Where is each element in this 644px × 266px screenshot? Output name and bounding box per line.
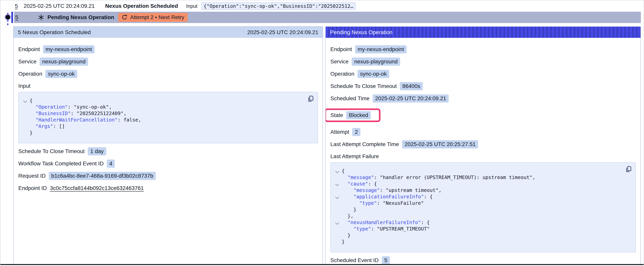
field-label: Operation — [330, 71, 354, 77]
code-line-text: "cause": { — [342, 181, 377, 187]
field-label: Attempt — [330, 129, 349, 135]
code-line-text: { — [342, 168, 344, 174]
asterisk-icon — [38, 14, 44, 21]
code-line-gutter — [334, 206, 342, 213]
code-line: } — [22, 129, 304, 136]
code-line-text: }, — [342, 213, 354, 219]
input-preview-chip: {"Operation":"sync-op-ok","BusinessID":"… — [201, 2, 356, 10]
field-label: Service — [330, 59, 348, 65]
code-line-gutter — [334, 238, 342, 245]
code-line: "cause": { — [334, 181, 622, 187]
field-value-badge: my-nexus-endpoint — [355, 45, 406, 54]
code-line: "BusinessID": "20250225122409", — [22, 110, 304, 117]
event-id-link[interactable]: 5 — [15, 14, 18, 21]
chevron-down-icon[interactable] — [23, 99, 27, 103]
scheduled-panel-timestamp: 2025-02-25 UTC 20:24:09.21 — [247, 29, 318, 36]
code-line: } — [334, 232, 622, 238]
code-line: "message": "handler error (UPSTREAM_TIME… — [334, 174, 622, 181]
code-line-text: "type": "UPSTREAM_TIMEOUT" — [342, 226, 430, 232]
code-line-gutter — [22, 97, 30, 104]
scheduled-fields-top: Endpointmy-nexus-endpointServicenexus-pl… — [18, 45, 318, 78]
code-line-gutter — [334, 174, 342, 181]
field-label: State — [330, 112, 343, 118]
pending-fields-top: Endpointmy-nexus-endpointServicenexus-pl… — [330, 45, 636, 103]
temporal-event-history-page: 5 2025-02-25 UTC 20:24:09.21 Nexus Opera… — [0, 0, 644, 266]
code-line: "nexusHandlerFailureInfo": { — [334, 219, 622, 226]
field-label: Schedule To Close Timeout — [330, 83, 397, 89]
failure-json-block: { "message": "handler error (UPSTREAM_TI… — [330, 162, 636, 252]
copy-icon[interactable] — [307, 95, 314, 102]
retry-attempt-badge: Attempt 2 • Next Retry — [118, 13, 188, 22]
pending-operation-panel: Pending Nexus Operation Endpointmy-nexus… — [325, 26, 641, 265]
field-value-badge: my-nexus-endpoint — [43, 45, 94, 54]
field-row-endpoint: Endpointmy-nexus-endpoint — [18, 45, 318, 54]
chevron-down-icon[interactable] — [335, 221, 339, 225]
field-label: Endpoint — [18, 46, 40, 53]
code-line: "type": "UPSTREAM_TIMEOUT" — [334, 226, 622, 232]
code-line: "type": "NexusFailure" — [334, 200, 622, 206]
field-row-state: State Blocked — [330, 111, 371, 120]
chevron-down-icon[interactable] — [335, 182, 339, 186]
input-label: Input — [186, 3, 198, 9]
code-line-gutter — [22, 104, 30, 110]
code-line: } — [334, 206, 622, 213]
field-row-request-id: Request IDb1c6a4bc-8ee7-468a-9169-df3b02… — [18, 172, 318, 180]
field-label: Scheduled Time — [330, 95, 370, 102]
retry-badge-label: Attempt 2 • Next Retry — [130, 14, 184, 21]
field-row-workflow-task-completed-event-id: Workflow Task Completed Event ID4 — [18, 159, 318, 168]
field-row-schedule-to-close-timeout: Schedule To Close Timeout86400s — [330, 82, 636, 91]
field-row-endpoint-id: Endpoint ID3c0c75ccfa8144b092c13ce632463… — [18, 184, 318, 192]
field-row-scheduled-time: Scheduled Time2025-02-25 UTC 20:24:09.21 — [330, 94, 636, 103]
field-row-attempt: Attempt2 — [330, 128, 636, 136]
retry-arrow-icon — [122, 15, 128, 20]
field-row-service: Servicenexus-playground — [330, 57, 636, 66]
pending-panel-title: Pending Nexus Operation — [330, 29, 392, 36]
pending-fields-mid: Attempt2Last Attempt Complete Time2025-0… — [330, 128, 636, 149]
copy-icon[interactable] — [625, 165, 632, 173]
chevron-down-icon[interactable] — [335, 195, 339, 199]
field-row-schedule-to-close-timeout: Schedule To Close Timeout1 day — [18, 147, 318, 156]
field-value-badge: b1c6a4bc-8ee7-468a-9169-df3b02c8737b — [49, 172, 156, 180]
input-section-label: Input — [18, 83, 318, 89]
code-line-text: } — [30, 129, 32, 136]
event-row-pending-selected[interactable]: 5 Pending Nexus Operation Attempt 2 • Ne… — [14, 12, 641, 23]
field-value-badge: sync-op-ok — [46, 70, 77, 78]
code-line-gutter — [334, 181, 342, 187]
code-line-text: "Operation": "sync-op-ok", — [30, 104, 112, 110]
scheduled-panel-title: 5 Nexus Operation Scheduled — [18, 29, 91, 36]
code-line: { — [22, 97, 304, 104]
code-line: "HandlerWaitForCancellation": false, — [22, 117, 304, 123]
field-label: Operation — [18, 71, 42, 77]
field-row-operation: Operationsync-op-ok — [18, 70, 318, 78]
chevron-down-icon[interactable] — [335, 169, 339, 173]
code-line-text: } — [342, 232, 350, 238]
field-value-link[interactable]: 3c0c75ccfa8144b092c13ce632463761 — [50, 185, 144, 191]
event-title: Nexus Operation Scheduled — [105, 3, 178, 9]
code-line: "applicationFailureInfo": { — [334, 193, 622, 200]
field-row-scheduled-event-id: Scheduled Event ID 5 — [330, 256, 636, 265]
field-label: Last Attempt Complete Time — [330, 141, 399, 147]
code-line-gutter — [22, 123, 30, 129]
pending-title: Pending Nexus Operation — [48, 14, 114, 21]
code-line: "message": "upstream timeout", — [334, 187, 622, 193]
field-value-badge: nexus-playground — [40, 58, 88, 66]
scheduled-fields-bottom: Schedule To Close Timeout1 dayWorkflow T… — [18, 147, 318, 192]
event-detail-panels: 5 Nexus Operation Scheduled 2025-02-25 U… — [13, 26, 641, 265]
field-value-badge: sync-op-ok — [358, 70, 389, 78]
code-line-text: "HandlerWaitForCancellation": false, — [30, 117, 141, 123]
pending-panel-body: Endpointmy-nexus-endpointServicenexus-pl… — [326, 38, 640, 265]
code-line-text: "Args": [] — [30, 123, 65, 129]
state-badge: Blocked — [346, 111, 371, 119]
field-row-last-attempt-complete-time: Last Attempt Complete Time2025-02-25 UTC… — [330, 140, 636, 149]
code-line: } — [334, 238, 622, 245]
code-line-text: "applicationFailureInfo": { — [342, 193, 433, 200]
event-timestamp: 2025-02-25 UTC 20:24:09.21 — [24, 3, 105, 9]
code-line-gutter — [334, 200, 342, 206]
event-id-link[interactable]: 5 — [15, 3, 18, 9]
code-line-gutter — [334, 187, 342, 193]
field-label: Endpoint — [330, 46, 352, 53]
event-row-scheduled[interactable]: 5 2025-02-25 UTC 20:24:09.21 Nexus Opera… — [0, 1, 644, 12]
code-line-gutter — [22, 129, 30, 136]
field-row-endpoint: Endpointmy-nexus-endpoint — [330, 45, 636, 54]
code-line-gutter — [334, 226, 342, 232]
